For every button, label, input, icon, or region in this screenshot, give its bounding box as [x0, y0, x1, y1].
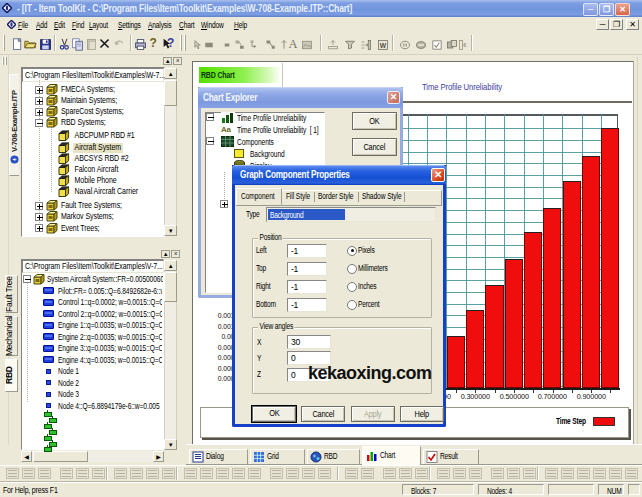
svg-text:€: €	[463, 42, 467, 48]
svg-text:W: W	[380, 42, 387, 49]
